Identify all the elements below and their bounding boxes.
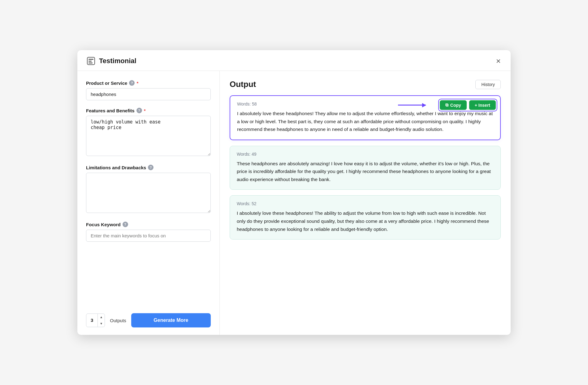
output-title: Output — [230, 80, 256, 89]
generate-more-button[interactable]: Generate More — [131, 313, 211, 327]
copy-icon-1: ⧉ — [445, 102, 448, 108]
result-card-1: ⧉ Copy + Insert Words: 58 I absolutely l… — [230, 95, 501, 140]
svg-rect-3 — [89, 63, 93, 63]
limitations-field: Limitations and Drawbacks ? — [86, 165, 211, 214]
insert-button-3[interactable]: + Insert — [468, 201, 495, 210]
copy-icon-2: ⧉ — [444, 153, 447, 158]
focus-keyword-field: Focus Keyword ? — [86, 222, 211, 242]
product-required: * — [136, 80, 138, 86]
modal-body: Product or Service ? * Features and Bene… — [77, 71, 511, 335]
modal-header: Testimonial × — [77, 50, 511, 71]
outputs-up-arrow[interactable]: ▲ — [98, 314, 105, 320]
outputs-counter: 3 ▲ ▼ — [86, 314, 105, 327]
close-button[interactable]: × — [495, 56, 502, 66]
modal-title: Testimonial — [99, 57, 136, 65]
focus-keyword-input[interactable] — [86, 230, 211, 242]
output-header: Output History — [230, 80, 501, 89]
modal-title-row: Testimonial — [86, 56, 136, 66]
limitations-textarea[interactable] — [86, 173, 211, 213]
features-required: * — [144, 108, 146, 113]
limitations-label: Limitations and Drawbacks ? — [86, 165, 211, 170]
product-help-icon[interactable]: ? — [129, 80, 135, 86]
product-field: Product or Service ? * — [86, 80, 211, 100]
result-card-2: Words: 49 These headphones are absolutel… — [230, 146, 501, 190]
outputs-label: Outputs — [110, 318, 126, 323]
focus-keyword-label: Focus Keyword ? — [86, 222, 211, 227]
product-label: Product or Service ? * — [86, 80, 211, 86]
features-field: Features and Benefits ? * low/high volum… — [86, 108, 211, 157]
result-card-3: Words: 52 I absolutely love these headph… — [230, 195, 501, 240]
features-textarea[interactable]: low/high volume with ease cheap price — [86, 116, 211, 156]
copy-button-1[interactable]: ⧉ Copy — [440, 100, 467, 110]
outputs-value: 3 — [86, 314, 97, 327]
limitations-help-icon[interactable]: ? — [148, 165, 153, 170]
product-input[interactable] — [86, 88, 211, 100]
features-help-icon[interactable]: ? — [136, 108, 142, 113]
focus-keyword-help-icon[interactable]: ? — [123, 222, 128, 227]
copy-button-2[interactable]: ⧉ Copy — [438, 151, 465, 161]
svg-rect-1 — [89, 59, 93, 60]
copy-icon-3: ⧉ — [444, 203, 447, 208]
left-panel: Product or Service ? * Features and Bene… — [77, 71, 220, 335]
copy-button-3[interactable]: ⧉ Copy — [438, 201, 465, 210]
svg-rect-2 — [89, 61, 92, 62]
modal-icon — [86, 56, 96, 66]
outputs-down-arrow[interactable]: ▼ — [98, 320, 105, 327]
result-text-2: These headphones are absolutely amazing!… — [237, 160, 494, 184]
result-text-3: I absolutely love these headphones! The … — [237, 209, 494, 233]
history-button[interactable]: History — [475, 80, 501, 89]
right-panel: Output History ⧉ Copy — [220, 71, 511, 335]
insert-button-2[interactable]: + Insert — [468, 151, 495, 161]
testimonial-modal: Testimonial × Product or Service ? * Fea… — [77, 50, 511, 335]
features-label: Features and Benefits ? * — [86, 108, 211, 113]
bottom-bar: 3 ▲ ▼ Outputs Generate More — [86, 310, 211, 327]
result-text-1: I absolutely love these headphones! They… — [237, 110, 493, 133]
outputs-arrows: ▲ ▼ — [97, 314, 105, 327]
insert-button-1[interactable]: + Insert — [469, 100, 496, 110]
